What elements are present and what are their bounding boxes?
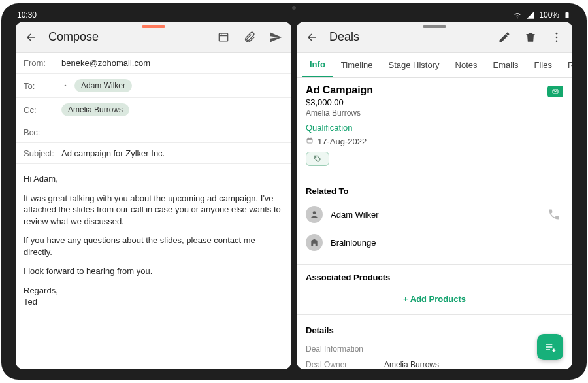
cc-label: Cc: — [24, 105, 61, 115]
deal-owner-row: Deal Owner Amelia Burrows — [297, 356, 572, 369]
subject-row[interactable]: Subject: Ad campaign for Zylker Inc. — [16, 143, 291, 164]
tag-button[interactable] — [306, 152, 329, 166]
delete-button[interactable] — [521, 28, 540, 46]
to-row[interactable]: To: Adam Wilker — [16, 74, 291, 98]
deal-stage: Qualification — [306, 123, 563, 133]
phone-button[interactable] — [545, 205, 563, 224]
related-contact-row[interactable]: Adam Wilker — [297, 200, 572, 229]
tab-related[interactable]: Rel — [560, 53, 572, 77]
tab-stage-history[interactable]: Stage History — [380, 53, 447, 77]
svg-rect-0 — [219, 33, 227, 41]
front-camera — [292, 6, 296, 10]
svg-point-2 — [556, 36, 558, 38]
body-line: It was great talking with you about the … — [24, 193, 284, 227]
deal-owner: Amelia Burrows — [306, 108, 563, 118]
battery-text: 100% — [539, 10, 559, 20]
status-bar: 10:30 100% — [16, 8, 572, 22]
wifi-icon — [513, 10, 522, 20]
collapse-recipients-button[interactable] — [61, 82, 69, 90]
svg-point-5 — [315, 156, 316, 158]
compose-pane: Compose From: beneke@zohomail.com — [16, 22, 291, 369]
send-button[interactable] — [267, 28, 285, 46]
subject-value[interactable]: Ad campaign for Zylker Inc. — [61, 148, 284, 158]
svg-point-6 — [313, 211, 316, 214]
pane-grip[interactable] — [423, 25, 446, 28]
pane-grip[interactable] — [142, 25, 165, 28]
calendar-icon — [306, 137, 314, 146]
tab-emails[interactable]: Emails — [485, 53, 527, 77]
edit-button[interactable] — [495, 28, 514, 46]
deal-header: Ad Campaign $3,000.00 Amelia Burrows Qua… — [297, 78, 572, 170]
subject-label: Subject: — [24, 148, 61, 158]
fab-button[interactable] — [537, 334, 563, 360]
svg-point-3 — [556, 40, 558, 42]
signal-icon — [526, 10, 535, 20]
from-label: From: — [24, 58, 61, 68]
body-line: Hi Adam, — [24, 173, 284, 185]
template-button[interactable] — [214, 28, 233, 46]
related-contact-name: Adam Wilker — [331, 210, 537, 220]
deals-title: Deals — [329, 30, 359, 44]
related-account-name: Brainlounge — [331, 238, 563, 248]
bcc-label: Bcc: — [24, 127, 61, 137]
deal-information-label: Deal Information — [297, 339, 572, 356]
deal-owner-key: Deal Owner — [306, 360, 384, 369]
tab-info[interactable]: Info — [302, 53, 333, 77]
cc-chip[interactable]: Amelia Burrows — [61, 103, 129, 116]
tab-timeline[interactable]: Timeline — [333, 53, 381, 77]
to-label: To: — [24, 81, 61, 91]
body-line: I look forward to hearing from you. — [24, 265, 284, 277]
svg-point-1 — [556, 32, 558, 34]
more-button[interactable] — [547, 28, 566, 46]
attach-button[interactable] — [240, 28, 259, 46]
svg-rect-4 — [307, 139, 312, 144]
cc-row[interactable]: Cc: Amelia Burrows — [16, 98, 291, 122]
add-products-button[interactable]: + Add Products — [297, 286, 572, 312]
deal-owner-value: Amelia Burrows — [384, 360, 439, 369]
battery-icon — [563, 10, 571, 20]
from-row: From: beneke@zohomail.com — [16, 53, 291, 74]
compose-title: Compose — [48, 30, 99, 44]
body-line: Ted — [24, 296, 284, 308]
deal-name: Ad Campaign — [306, 84, 563, 96]
deals-pane: Deals Info Timeline Stage History Notes … — [297, 22, 572, 369]
related-to-title: Related To — [297, 178, 572, 200]
body-line: If you have any questions about the slid… — [24, 235, 284, 258]
clock: 10:30 — [17, 10, 37, 20]
tab-notes[interactable]: Notes — [448, 53, 485, 77]
compose-body-text[interactable]: Hi Adam, It was great talking with you a… — [16, 164, 291, 325]
person-icon — [306, 206, 323, 223]
deal-amount: $3,000.00 — [306, 97, 563, 107]
to-chip[interactable]: Adam Wilker — [74, 79, 132, 92]
building-icon — [306, 234, 323, 251]
back-button[interactable] — [303, 28, 321, 46]
deals-tabs: Info Timeline Stage History Notes Emails… — [297, 53, 572, 78]
related-account-row[interactable]: Brainlounge — [297, 229, 572, 256]
deal-date: 17-Aug-2022 — [306, 137, 563, 146]
body-line: Regards, — [24, 285, 284, 297]
back-button[interactable] — [22, 28, 41, 46]
bcc-row[interactable]: Bcc: — [16, 122, 291, 143]
mail-icon[interactable] — [547, 86, 563, 97]
deal-date-value: 17-Aug-2022 — [318, 137, 367, 146]
associated-products-title: Associated Products — [297, 265, 572, 286]
from-value[interactable]: beneke@zohomail.com — [61, 58, 284, 68]
details-title: Details — [297, 318, 572, 339]
tab-files[interactable]: Files — [527, 53, 560, 77]
